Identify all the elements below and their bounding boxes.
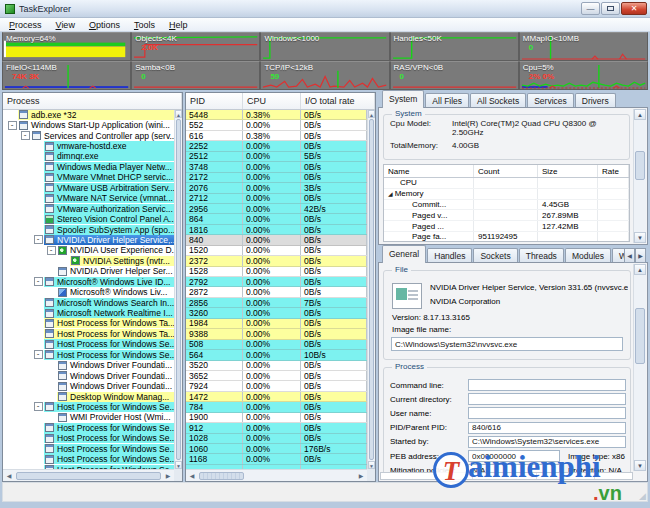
table-vscroll-thumb[interactable]: [369, 119, 374, 460]
process-table-row[interactable]: 93880.00%0B/s: [186, 329, 367, 339]
process-tree-row[interactable]: Desktop Window Manag...: [3, 392, 174, 402]
process-table-row[interactable]: 21720.00%0B/s: [186, 173, 367, 183]
process-tree-row[interactable]: adb.exe *32: [3, 110, 174, 120]
tree-hscroll-thumb[interactable]: [16, 472, 161, 480]
scroll-down-icon[interactable]: ▼: [634, 460, 646, 471]
process-tree-row[interactable]: Windows Media Player Netw...: [3, 162, 174, 172]
process-table-row[interactable]: 54480.38%0B/s: [186, 110, 367, 120]
field-input-started-by-[interactable]: [468, 436, 626, 448]
tree-expander-minus[interactable]: -: [19, 131, 31, 140]
sys-column-header-rate[interactable]: Rate: [598, 165, 629, 177]
process-tree-row[interactable]: WMI Provider Host (Wmi...: [3, 413, 174, 423]
process-table-row[interactable]: 15280.00%0B/s: [186, 267, 367, 277]
process-table-row[interactable]: 22520.00%0B/s: [186, 141, 367, 151]
process-table-row[interactable]: 10600.00%176B/s: [186, 444, 367, 454]
process-table-row[interactable]: 9120.00%0B/s: [186, 423, 367, 433]
detail-vscroll-track[interactable]: [634, 275, 646, 460]
menu-tools[interactable]: Tools: [127, 20, 162, 30]
process-tree-row[interactable]: Host Process for Windows Ta...: [3, 329, 174, 339]
process-table-row[interactable]: 11680.00%0B/s: [186, 454, 367, 464]
scroll-up-icon[interactable]: ▲: [634, 109, 646, 120]
process-tree-row[interactable]: Windows Driver Foundati...: [3, 381, 174, 391]
process-tree-row[interactable]: VMware Authorization Servic...: [3, 204, 174, 214]
system-table-row[interactable]: Paged v...267.89MB: [384, 210, 629, 221]
system-vscroll-track[interactable]: [634, 120, 646, 232]
process-table-row[interactable]: 79240.00%0B/s: [186, 381, 367, 391]
process-tree-row[interactable]: Spooler SubSystem App (spo...: [3, 225, 174, 235]
detail-vertical-scrollbar[interactable]: ▲ ▼: [633, 264, 646, 471]
expanded-node-icon[interactable]: ◢: [388, 190, 393, 197]
process-table-row[interactable]: 20760.00%3B/s: [186, 183, 367, 193]
tree-expander-minus[interactable]: -: [32, 235, 44, 244]
tree-expander-minus[interactable]: -: [6, 121, 18, 130]
system-table-row[interactable]: Paged ...127.42MB: [384, 221, 629, 232]
process-table-row[interactable]: 10280.00%0B/s: [186, 434, 367, 444]
process-tree-row[interactable]: Host Process for Windows Se...: [3, 423, 174, 433]
field-input-command-line-[interactable]: [468, 379, 626, 391]
tab-services[interactable]: Services: [527, 93, 574, 108]
process-table-row[interactable]: 19840.00%0B/s: [186, 319, 367, 329]
process-tree-row[interactable]: Microsoft® Windows Liv...: [3, 287, 174, 297]
process-tree-row[interactable]: dimnqr.exe: [3, 152, 174, 162]
process-table-row[interactable]: 7840.00%0B/s: [186, 402, 367, 412]
collapse-icon[interactable]: -: [8, 121, 17, 130]
tab-threads[interactable]: Threads: [519, 248, 564, 263]
field-input-current-directory-[interactable]: [468, 393, 626, 405]
system-table-row[interactable]: Commit...4.45GB: [384, 200, 629, 211]
process-tree-row[interactable]: -Host Process for Windows Se...: [3, 350, 174, 360]
process-table-row[interactable]: 8640.00%0B/s: [186, 214, 367, 224]
scroll-down-icon[interactable]: ▼: [634, 232, 646, 243]
table-horizontal-scrollbar[interactable]: ◀ ▶: [186, 469, 367, 481]
process-tree-row[interactable]: -Services and Controller app (serv...: [3, 131, 174, 141]
collapse-icon[interactable]: -: [34, 277, 43, 286]
process-table-row[interactable]: 28720.00%0B/s: [186, 287, 367, 297]
process-tree-row[interactable]: Windows Driver Foundati...: [3, 371, 174, 381]
process-tree-row[interactable]: Host Process for Windows Se...: [3, 454, 174, 464]
detail-vscroll-thumb[interactable]: [635, 308, 645, 364]
minimize-button[interactable]: —: [581, 2, 600, 15]
process-table-row[interactable]: 5640.00%10B/s: [186, 350, 367, 360]
process-tree-row[interactable]: NVIDIA Settings (nvtr...: [3, 256, 174, 266]
process-table-row[interactable]: 32600.00%0B/s: [186, 308, 367, 318]
scroll-left-icon[interactable]: ◀: [4, 472, 14, 479]
collapse-icon[interactable]: -: [47, 246, 56, 255]
process-tree-row[interactable]: Stereo Vision Control Panel A...: [3, 214, 174, 224]
table-vertical-scrollbar[interactable]: ▲ ▼: [367, 110, 375, 469]
tree-expander-minus[interactable]: -: [32, 402, 44, 411]
process-table-row[interactable]: 15200.00%0B/s: [186, 246, 367, 256]
process-table-row[interactable]: 18160.00%0B/s: [186, 225, 367, 235]
process-tree-row[interactable]: -NVIDIA Driver Helper Service,...: [3, 235, 174, 245]
process-table-row[interactable]: 23720.00%0B/s: [186, 256, 367, 266]
scroll-left-icon[interactable]: ◀: [187, 472, 197, 479]
column-header-pid[interactable]: PID: [186, 93, 243, 109]
close-button[interactable]: ✕: [621, 2, 647, 15]
process-tree-row[interactable]: -Host Process for Windows Se...: [3, 402, 174, 412]
system-table-row[interactable]: CPU: [384, 178, 629, 189]
process-tree-row[interactable]: -NVIDIA User Experience D...: [3, 246, 174, 256]
tab-scroll-left-icon[interactable]: ◀: [624, 248, 635, 263]
process-tree-row[interactable]: -Windows Start-Up Application (wini...: [3, 120, 174, 130]
field-input-peb-address-[interactable]: [468, 450, 560, 462]
sys-column-header-name[interactable]: Name: [384, 165, 474, 177]
tab-system[interactable]: System: [382, 90, 424, 108]
tab-general[interactable]: General: [382, 245, 426, 263]
scroll-down-icon[interactable]: ▼: [175, 461, 182, 469]
process-table-row[interactable]: 29560.00%42B/s: [186, 204, 367, 214]
process-table-row[interactable]: 25120.00%5B/s: [186, 152, 367, 162]
scroll-up-icon[interactable]: ▲: [368, 110, 375, 118]
collapse-icon[interactable]: -: [34, 402, 43, 411]
process-tree-row[interactable]: VMware USB Arbitration Serv...: [3, 183, 174, 193]
process-table-row[interactable]: 6160.38%0B/s: [186, 131, 367, 141]
process-tree-row[interactable]: Host Process for Windows Se...: [3, 444, 174, 454]
process-table-row[interactable]: 27920.00%0B/s: [186, 277, 367, 287]
process-tree-row[interactable]: Host Process for Windows Se...: [3, 340, 174, 350]
process-table-row[interactable]: 36520.00%0B/s: [186, 371, 367, 381]
process-tree-row[interactable]: vmware-hostd.exe: [3, 141, 174, 151]
system-table-row[interactable]: Page fa...951192495: [384, 232, 629, 242]
table-hscroll-thumb[interactable]: [199, 472, 244, 480]
image-file-input[interactable]: [391, 337, 623, 351]
tab-scroll-right-icon[interactable]: ▶: [635, 248, 646, 263]
tree-expander-minus[interactable]: -: [32, 350, 44, 359]
process-tree-row[interactable]: Windows Driver Foundati...: [3, 361, 174, 371]
menu-options[interactable]: Options: [82, 20, 127, 30]
